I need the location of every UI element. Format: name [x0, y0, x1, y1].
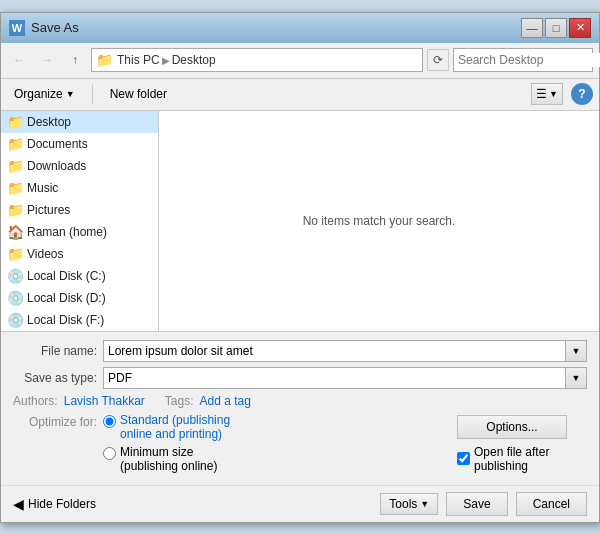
videos-folder-icon: 📁 — [7, 246, 23, 262]
optimize-standard-text1[interactable]: Standard (publishing — [120, 413, 230, 427]
sidebar-item-downloads[interactable]: 📁 Downloads — [1, 155, 158, 177]
drive-c-icon: 💿 — [7, 268, 23, 284]
close-button[interactable]: ✕ — [569, 18, 591, 38]
sidebar-item-documents[interactable]: 📁 Documents — [1, 133, 158, 155]
optimize-minimum-option: Minimum size (publishing online) — [103, 445, 445, 473]
sidebar-item-music[interactable]: 📁 Music — [1, 177, 158, 199]
back-button[interactable]: ← — [7, 48, 31, 72]
organize-button[interactable]: Organize ▼ — [7, 83, 82, 105]
tools-button[interactable]: Tools ▼ — [380, 493, 438, 515]
address-bar[interactable]: 📁 This PC ▶ Desktop — [91, 48, 423, 72]
sidebar-item-raman-label: Raman (home) — [27, 225, 107, 239]
title-bar: W Save As — □ ✕ — [1, 13, 599, 43]
sidebar-item-music-label: Music — [27, 181, 58, 195]
organize-dropdown-icon: ▼ — [66, 89, 75, 99]
view-button[interactable]: ☰ ▼ — [531, 83, 563, 105]
documents-folder-icon: 📁 — [7, 136, 23, 152]
sidebar-item-local-d[interactable]: 💿 Local Disk (D:) — [1, 287, 158, 309]
hide-folders-button[interactable]: ◀ Hide Folders — [13, 496, 96, 512]
view-dropdown-icon: ▼ — [549, 89, 558, 99]
new-folder-label: New folder — [110, 87, 167, 101]
view-icon: ☰ — [536, 87, 547, 101]
authors-value[interactable]: Lavish Thakkar — [64, 394, 145, 408]
sidebar-item-videos[interactable]: 📁 Videos — [1, 243, 158, 265]
open-after-checkbox[interactable] — [457, 452, 470, 465]
tools-label: Tools — [389, 497, 417, 511]
drive-d-icon: 💿 — [7, 290, 23, 306]
file-area[interactable]: No items match your search. — [159, 111, 599, 331]
optimize-standard-label: Standard (publishing online and printing… — [120, 413, 230, 441]
optimize-standard-option: Standard (publishing online and printing… — [103, 413, 445, 441]
options-area: Options... Open file after publishing — [457, 413, 587, 477]
authors-tags-row: Authors: Lavish Thakkar Tags: Add a tag — [13, 394, 587, 408]
toolbar: Organize ▼ New folder ☰ ▼ ? — [1, 79, 599, 111]
save-button[interactable]: Save — [446, 492, 507, 516]
help-button[interactable]: ? — [571, 83, 593, 105]
sidebar-item-desktop-label: Desktop — [27, 115, 71, 129]
tools-dropdown-icon: ▼ — [420, 499, 429, 509]
filename-dropdown-btn[interactable]: ▼ — [565, 340, 587, 362]
pictures-folder-icon: 📁 — [7, 202, 23, 218]
optimize-minimum-text1: Minimum size — [120, 445, 193, 459]
savetype-label: Save as type: — [13, 371, 103, 385]
optimize-minimum-radio[interactable] — [103, 447, 116, 460]
optimize-left: Optimize for: Standard (publishing onlin… — [13, 413, 445, 477]
filename-row: File name: ▼ — [13, 340, 587, 362]
sidebar-item-videos-label: Videos — [27, 247, 63, 261]
sidebar-item-downloads-label: Downloads — [27, 159, 86, 173]
optimize-options: Standard (publishing online and printing… — [103, 413, 445, 473]
filename-label: File name: — [13, 344, 103, 358]
drive-f-icon: 💿 — [7, 312, 23, 328]
refresh-icon: ⟳ — [433, 53, 443, 67]
sidebar-item-pictures-label: Pictures — [27, 203, 70, 217]
sidebar: 📁 Desktop 📁 Documents 📁 Downloads 📁 Musi… — [1, 111, 159, 331]
save-as-dialog: W Save As — □ ✕ ← → ↑ 📁 This PC ▶ Deskto… — [0, 12, 600, 523]
empty-message: No items match your search. — [303, 214, 456, 228]
search-input[interactable] — [458, 53, 600, 67]
footer: ◀ Hide Folders Tools ▼ Save Cancel — [1, 485, 599, 522]
address-arrow: ▶ — [162, 55, 170, 66]
sidebar-item-local-c-label: Local Disk (C:) — [27, 269, 106, 283]
title-bar-left: W Save As — [9, 20, 79, 36]
sidebar-item-raman-home[interactable]: 🏠 Raman (home) — [1, 221, 158, 243]
filename-input[interactable] — [103, 340, 566, 362]
main-content: 📁 Desktop 📁 Documents 📁 Downloads 📁 Musi… — [1, 111, 599, 331]
bottom-form: File name: ▼ Save as type: PDF ▼ Authors… — [1, 331, 599, 485]
savetype-select[interactable]: PDF — [103, 367, 566, 389]
search-box[interactable]: 🔍 — [453, 48, 593, 72]
forward-button[interactable]: → — [35, 48, 59, 72]
savetype-dropdown-btn[interactable]: ▼ — [565, 367, 587, 389]
sidebar-item-desktop[interactable]: 📁 Desktop — [1, 111, 158, 133]
maximize-button[interactable]: □ — [545, 18, 567, 38]
optimize-standard-radio[interactable] — [103, 415, 116, 428]
open-after-label: Open file after publishing — [474, 445, 587, 473]
nav-bar: ← → ↑ 📁 This PC ▶ Desktop ⟳ 🔍 — [1, 43, 599, 79]
optimize-standard-text2[interactable]: online and printing) — [120, 427, 222, 441]
sidebar-item-local-f[interactable]: 💿 Local Disk (F:) — [1, 309, 158, 331]
optimize-minimum-text2: (publishing online) — [120, 459, 217, 473]
downloads-folder-icon: 📁 — [7, 158, 23, 174]
tags-value[interactable]: Add a tag — [200, 394, 251, 408]
address-path: This PC ▶ Desktop — [117, 53, 418, 67]
tags-section: Tags: Add a tag — [165, 394, 251, 408]
cancel-button[interactable]: Cancel — [516, 492, 587, 516]
savetype-row: Save as type: PDF ▼ — [13, 367, 587, 389]
open-after-row: Open file after publishing — [457, 445, 587, 473]
refresh-button[interactable]: ⟳ — [427, 49, 449, 71]
up-icon: ↑ — [72, 53, 78, 67]
help-icon: ? — [578, 87, 585, 101]
optimize-label: Optimize for: — [13, 413, 103, 429]
minimize-button[interactable]: — — [521, 18, 543, 38]
tags-label: Tags: — [165, 394, 194, 408]
authors-section: Authors: Lavish Thakkar — [13, 394, 145, 408]
options-button[interactable]: Options... — [457, 415, 567, 439]
up-button[interactable]: ↑ — [63, 48, 87, 72]
optimize-row: Optimize for: Standard (publishing onlin… — [13, 413, 445, 473]
optimize-minimum-label: Minimum size (publishing online) — [120, 445, 217, 473]
new-folder-button[interactable]: New folder — [103, 83, 174, 105]
optimize-area: Optimize for: Standard (publishing onlin… — [13, 413, 587, 477]
sidebar-item-pictures[interactable]: 📁 Pictures — [1, 199, 158, 221]
hide-folders-icon: ◀ — [13, 496, 24, 512]
sidebar-item-local-c[interactable]: 💿 Local Disk (C:) — [1, 265, 158, 287]
sidebar-item-local-f-label: Local Disk (F:) — [27, 313, 104, 327]
